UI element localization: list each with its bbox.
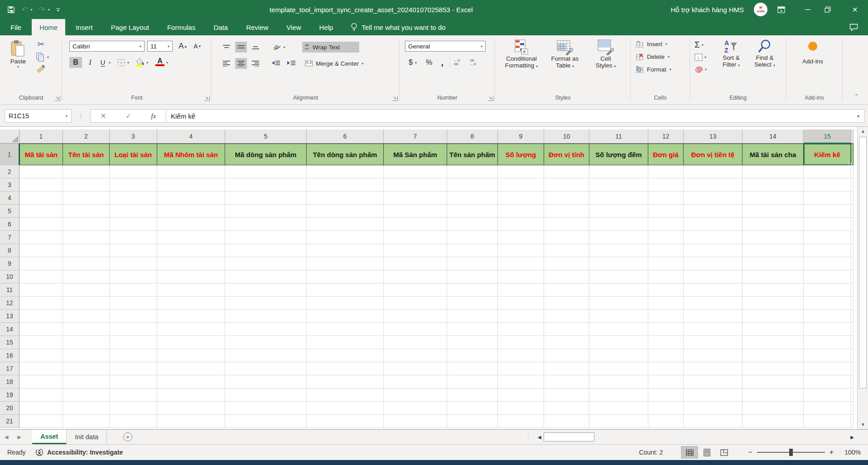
cell-r11c5[interactable] [225,283,307,297]
cell-r7c15[interactable] [804,231,851,244]
cell-r10c1[interactable] [19,270,63,283]
cell-r13c12[interactable] [648,310,684,323]
ribbon-tab-insert[interactable]: Insert [68,19,101,35]
cell-r9c5[interactable] [225,257,307,270]
header-cell-col4[interactable]: Mã Nhóm tài sản [157,144,225,165]
cell-r13c13[interactable] [684,310,743,323]
vertical-scroll-thumb[interactable] [859,137,867,388]
cell-r17c3[interactable] [110,362,157,375]
undo-dropdown-icon[interactable]: ▾ [30,8,32,12]
header-cell-col7[interactable]: Mã Sản phẩm [384,144,447,165]
center-align-button[interactable] [235,58,247,69]
cell-r14c9[interactable] [498,323,544,336]
column-header-2[interactable]: 2 [63,129,110,144]
row-header-18[interactable]: 18 [0,375,19,388]
cell-partial[interactable] [851,218,854,231]
ribbon-tab-help[interactable]: Help [312,19,341,35]
cell-r11c3[interactable] [110,283,157,297]
cell-r10c5[interactable] [225,270,307,283]
font-color-icon[interactable]: A [155,57,164,66]
cell-r6c8[interactable] [447,218,498,231]
row-header-8[interactable]: 8 [0,244,19,257]
ribbon-tab-view[interactable]: View [279,19,309,35]
ribbon-tab-page-layout[interactable]: Page Layout [103,19,157,35]
row-header-13[interactable]: 13 [0,310,19,323]
cell-r6c11[interactable] [589,218,648,231]
cell-r10c2[interactable] [63,270,110,283]
merge-center-button[interactable]: Merge & Center▾ [302,58,386,69]
row-header-1[interactable]: 1 [0,144,19,165]
cell-r9c3[interactable] [110,257,157,270]
cell-r13c2[interactable] [63,310,110,323]
cell-r3c4[interactable] [157,178,225,192]
cell-r18c15[interactable] [804,375,851,388]
cell-r20c5[interactable] [225,402,307,415]
cell-r14c10[interactable] [544,323,589,336]
underline-dropdown-icon[interactable]: ▾ [109,61,111,65]
cell-r16c3[interactable] [110,349,157,362]
cell-r10c6[interactable] [307,270,384,283]
cell-r17c2[interactable] [63,362,110,375]
cell-r2c4[interactable] [157,165,225,178]
cell-r15c13[interactable] [684,336,743,349]
cell-r11c12[interactable] [648,283,684,297]
cell-r16c10[interactable] [544,349,589,362]
copy-icon[interactable] [36,53,44,62]
cell-r5c2[interactable] [63,205,110,218]
cell-r8c10[interactable] [544,244,589,257]
cell-r12c1[interactable] [19,297,63,310]
cell-r9c4[interactable] [157,257,225,270]
cell-r6c4[interactable] [157,218,225,231]
page-layout-view-button[interactable] [698,446,715,459]
cell-r15c8[interactable] [447,336,498,349]
scroll-up-icon[interactable]: ▲ [858,127,868,136]
insert-button[interactable]: Insert▾ [636,41,667,48]
cell-r4c4[interactable] [157,192,225,205]
middle-align-button[interactable] [235,42,247,53]
header-cell-col5[interactable]: Mã dòng sản phẩm [225,144,307,165]
cell-r15c6[interactable] [307,336,384,349]
cell-r6c7[interactable] [384,218,447,231]
cell-r9c10[interactable] [544,257,589,270]
cell-r7c12[interactable] [648,231,684,244]
cell-r10c4[interactable] [157,270,225,283]
cell-partial[interactable] [851,231,854,244]
cell-r9c14[interactable] [743,257,804,270]
cell-r10c9[interactable] [498,270,544,283]
increase-decimal-button[interactable]: ←.0.00 [449,57,463,68]
cell-r14c1[interactable] [19,323,63,336]
column-header-5[interactable]: 5 [225,129,307,144]
cell-r21c12[interactable] [648,415,684,428]
cell-r14c13[interactable] [684,323,743,336]
cell-r6c10[interactable] [544,218,589,231]
cell-r5c3[interactable] [110,205,157,218]
format-button[interactable]: Format▾ [636,66,671,73]
cell-r6c1[interactable] [19,218,63,231]
collapse-ribbon-icon[interactable]: ⌃ [854,93,858,99]
row-header-3[interactable]: 3 [0,178,19,192]
cell-r8c5[interactable] [225,244,307,257]
cell-r3c2[interactable] [63,178,110,192]
column-header-8[interactable]: 8 [447,129,498,144]
cell-r6c6[interactable] [307,218,384,231]
addins-button[interactable]: Add-ins [797,42,829,65]
cell-r16c13[interactable] [684,349,743,362]
row-header-15[interactable]: 15 [0,336,19,349]
cell-r13c7[interactable] [384,310,447,323]
cell-r5c11[interactable] [589,205,648,218]
cell-r8c15[interactable] [804,244,851,257]
cell-r16c12[interactable] [648,349,684,362]
cell-r15c9[interactable] [498,336,544,349]
cell-r3c6[interactable] [307,178,384,192]
cell-r20c2[interactable] [63,402,110,415]
header-cell-col13[interactable]: Đơn vị tiền tệ [684,144,743,165]
cell-r11c10[interactable] [544,283,589,297]
cell-r13c5[interactable] [225,310,307,323]
cell-partial[interactable] [851,192,854,205]
cell-r6c5[interactable] [225,218,307,231]
cell-r20c7[interactable] [384,402,447,415]
delete-button[interactable]: Delete▾ [636,53,670,60]
insert-function-icon[interactable]: fx [151,112,156,120]
cell-r21c11[interactable] [589,415,648,428]
cell-r5c5[interactable] [225,205,307,218]
